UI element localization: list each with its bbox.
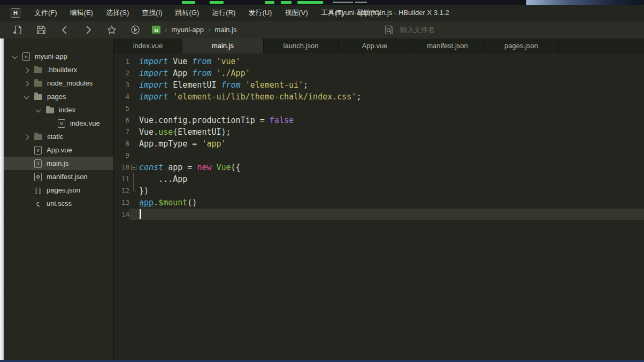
star-icon[interactable] — [107, 25, 117, 35]
code-line-1[interactable]: 1import Vue from 'vue' — [114, 56, 644, 67]
sidebar-item-myuni-app[interactable]: umyuni-app — [4, 50, 113, 63]
fold-column — [129, 126, 139, 138]
chevron-down-icon[interactable] — [12, 54, 18, 59]
new-file-icon[interactable] — [13, 25, 22, 35]
breadcrumb: u › myuni-app › main.js — [152, 26, 237, 34]
background-window-green-mark — [281, 1, 292, 4]
code-line-3[interactable]: 3import ElementUI from 'element-ui'; — [114, 79, 644, 91]
run-icon[interactable] — [131, 25, 140, 35]
forward-icon[interactable] — [83, 25, 93, 35]
code-line-body[interactable]: Vue.config.productionTip = false — [129, 114, 644, 126]
tab-app-vue[interactable]: App.vue — [339, 38, 411, 53]
code-line-body[interactable]: App.mpType = 'app' — [129, 138, 644, 150]
code-line-10[interactable]: 10const app = new Vue({ — [114, 161, 644, 173]
code-line-body[interactable]: import 'element-ui/lib/theme-chalk/index… — [129, 91, 644, 103]
chevron-down-icon[interactable] — [36, 107, 41, 113]
menu-item-2[interactable]: 选择(S) — [99, 5, 135, 21]
sidebar-item-node-modules[interactable]: node_modules — [4, 76, 113, 90]
code-line-11[interactable]: 11 ...App — [114, 173, 644, 185]
code-line-body[interactable]: }) — [129, 185, 644, 197]
fold-column — [129, 209, 139, 220]
sidebar-item-static[interactable]: static — [4, 130, 113, 143]
code-line-14[interactable]: 14 — [114, 209, 644, 220]
background-window-green-mark — [182, 1, 195, 4]
code-line-body[interactable]: const app = new Vue({ — [129, 161, 644, 173]
sidebar-item-pages[interactable]: pages — [4, 90, 113, 103]
hbuilder-logo-icon: H — [11, 8, 20, 18]
code-line-body[interactable] — [129, 103, 644, 114]
code-editor[interactable]: 1import Vue from 'vue'2import App from '… — [114, 53, 644, 360]
fold-column — [129, 67, 139, 79]
menu-item-5[interactable]: 运行(R) — [205, 5, 242, 21]
chevron-down-icon[interactable] — [24, 94, 29, 99]
menu-item-7[interactable]: 视图(V) — [278, 5, 314, 21]
fold-column — [129, 103, 139, 114]
chevron-right-icon[interactable] — [24, 67, 29, 73]
chevron-right-icon[interactable] — [24, 81, 29, 86]
vue-file-icon: V — [58, 119, 65, 128]
code-line-8[interactable]: 8App.mpType = 'app' — [114, 138, 644, 150]
background-window-bottom-edge — [0, 360, 644, 362]
breadcrumb-file[interactable]: main.js — [214, 26, 236, 34]
vue-file-icon: V — [34, 146, 42, 155]
uniapp-project-icon: u — [22, 52, 30, 61]
fold-column — [129, 56, 139, 67]
code-line-body[interactable]: Vue.use(ElementUI); — [129, 126, 644, 138]
fold-column — [129, 114, 139, 126]
line-number: 2 — [114, 67, 129, 79]
tab-pages-json[interactable]: pages.json — [484, 38, 559, 53]
chevron-right-icon[interactable] — [24, 134, 29, 140]
tab-launch-json[interactable]: launch.json — [264, 38, 339, 53]
sidebar-item-hbuilderx[interactable]: .hbuilderx — [4, 63, 113, 76]
current-line[interactable] — [129, 209, 644, 220]
fold-column — [129, 173, 139, 185]
menu-item-0[interactable]: 文件(F) — [28, 5, 64, 21]
code-line-12[interactable]: 12}) — [114, 185, 644, 197]
code-line-2[interactable]: 2import App from './App' — [114, 67, 644, 79]
code-line-body[interactable]: ...App — [129, 173, 644, 185]
menu-item-6[interactable]: 发行(U) — [242, 5, 278, 21]
code-line-7[interactable]: 7Vue.use(ElementUI); — [114, 126, 644, 138]
code-line-body[interactable]: import Vue from 'vue' — [129, 56, 644, 67]
code-line-body[interactable] — [129, 150, 644, 161]
search-input[interactable] — [400, 26, 561, 34]
menu-item-4[interactable]: 跳转(G) — [169, 5, 206, 21]
back-icon[interactable] — [60, 25, 70, 35]
fold-column[interactable] — [129, 161, 139, 173]
file-search-box[interactable] — [384, 21, 644, 38]
toolbar: u › myuni-app › main.js — [0, 21, 644, 38]
menu-bar: H 文件(F)编辑(E)选择(S)查找(I)跳转(G)运行(R)发行(U)视图(… — [0, 5, 644, 21]
line-number: 1 — [114, 56, 129, 67]
line-number: 7 — [114, 126, 129, 138]
breadcrumb-project[interactable]: myuni-app — [171, 26, 204, 34]
sidebar-item-main-js[interactable]: Jmain.js — [4, 157, 113, 170]
save-icon[interactable] — [36, 25, 46, 35]
fold-collapse-icon[interactable] — [131, 165, 136, 170]
sidebar-item-app-vue[interactable]: VApp.vue — [4, 143, 113, 157]
tab-main-js[interactable]: main.js — [182, 38, 264, 53]
sidebar-item-manifest-json[interactable]: ⚙manifest.json — [4, 170, 113, 183]
code-line-4[interactable]: 4import 'element-ui/lib/theme-chalk/inde… — [114, 91, 644, 103]
sidebar-item-pages-json[interactable]: [ ]pages.json — [4, 183, 113, 197]
line-number: 13 — [114, 197, 129, 209]
fold-column — [129, 150, 139, 161]
menu-item-1[interactable]: 编辑(E) — [64, 5, 99, 21]
sidebar-item-index-vue[interactable]: Vindex.vue — [4, 117, 113, 130]
tab-manifest-json[interactable]: manifest.json — [411, 38, 484, 53]
code-line-body[interactable]: import App from './App' — [129, 67, 644, 79]
code-line-13[interactable]: 13app.$mount() — [114, 197, 644, 209]
sidebar-item-uni-scss[interactable]: ςuni.scss — [4, 197, 113, 210]
code-text — [139, 209, 141, 220]
code-line-body[interactable]: import ElementUI from 'element-ui'; — [129, 79, 644, 91]
tab-index-vue[interactable]: index.vue — [114, 38, 182, 53]
menu-item-3[interactable]: 查找(I) — [135, 5, 168, 21]
sidebar-item-label: uni.scss — [47, 199, 72, 207]
code-line-5[interactable]: 5 — [114, 103, 644, 114]
sidebar-item-label: manifest.json — [47, 173, 88, 181]
sidebar-item-index[interactable]: index — [4, 103, 113, 117]
chevron-placeholder — [24, 201, 29, 206]
sidebar-item-label: static — [47, 133, 63, 141]
code-line-body[interactable]: app.$mount() — [129, 197, 644, 209]
code-line-9[interactable]: 9 — [114, 150, 644, 161]
code-line-6[interactable]: 6Vue.config.productionTip = false — [114, 114, 644, 126]
